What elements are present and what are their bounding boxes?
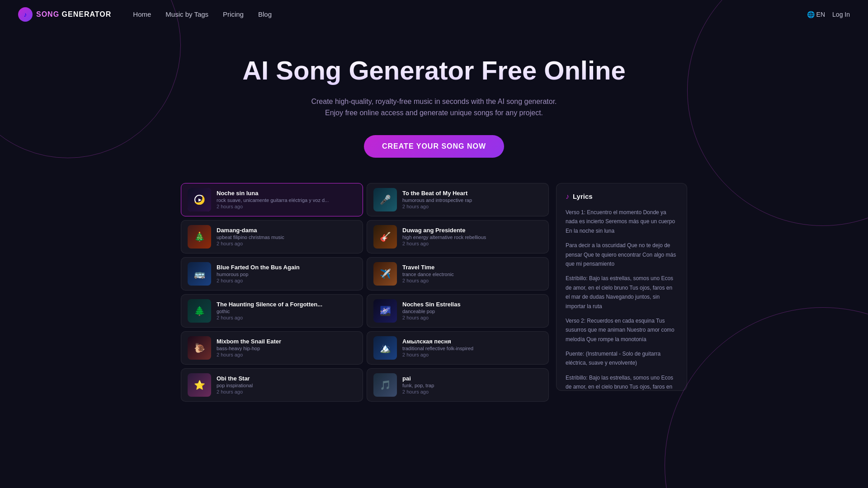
song-time: 2 hours ago	[402, 278, 542, 283]
nav-blog[interactable]: Blog	[258, 10, 272, 18]
song-thumbnail: ⭐	[188, 373, 211, 397]
song-thumb-emoji: 🐌	[194, 343, 205, 353]
song-tags: upbeat filipino christmas music	[217, 235, 356, 240]
song-thumb-emoji: 🎤	[380, 194, 391, 205]
song-info: Obi the Star pop inspirational 2 hours a…	[217, 375, 356, 394]
song-title: To the Beat of My Heart	[402, 190, 542, 197]
song-tags: gothic	[217, 309, 356, 314]
song-thumb-emoji: 🌲	[194, 305, 205, 316]
song-info: The Haunting Silence of a Forgotten... g…	[217, 301, 356, 320]
create-song-button[interactable]: CREATE YOUR SONG NOW	[364, 135, 504, 158]
song-card[interactable]: 🎸 Duwag ang Presidente high energy alter…	[367, 220, 549, 253]
song-title: Noche sin luna	[217, 190, 356, 197]
song-card[interactable]: ▶ 🌙 Noche sin luna rock suave, unicament…	[181, 183, 363, 216]
song-info: Damang-dama upbeat filipino christmas mu…	[217, 227, 356, 246]
nav-home[interactable]: Home	[133, 10, 151, 18]
song-card[interactable]: 🚌 Blue Farted On the Bus Again humorous …	[181, 257, 363, 291]
song-thumb-emoji: ✈️	[380, 268, 391, 279]
song-time: 2 hours ago	[217, 278, 356, 283]
song-thumb-emoji: 🎵	[380, 380, 391, 390]
nav-music-by-tags[interactable]: Music by Tags	[165, 10, 208, 18]
song-tags: rock suave, unicamente guitarra eléctrig…	[217, 197, 356, 203]
music-note-icon: ♪	[566, 192, 569, 201]
nav-right: 🌐 EN Log In	[807, 11, 850, 18]
language-button[interactable]: 🌐 EN	[807, 11, 825, 18]
song-info: Blue Farted On the Bus Again humorous po…	[217, 264, 356, 283]
navbar: ♪ SONG GENERATOR Home Music by Tags Pric…	[0, 0, 868, 29]
song-info: pai funk, pop, trap 2 hours ago	[402, 375, 542, 394]
song-time: 2 hours ago	[217, 389, 356, 394]
song-tags: humorous pop	[217, 272, 356, 277]
nav-pricing[interactable]: Pricing	[223, 10, 244, 18]
song-info: Duwag ang Presidente high energy alterna…	[402, 227, 542, 246]
song-time: 2 hours ago	[402, 315, 542, 320]
song-thumb-emoji: 🚌	[194, 268, 205, 279]
song-title: Travel Time	[402, 264, 542, 271]
hero-title: AI Song Generator Free Online	[9, 56, 859, 85]
song-time: 2 hours ago	[217, 204, 356, 209]
song-title: The Haunting Silence of a Forgotten...	[217, 301, 356, 308]
song-title: Damang-dama	[217, 227, 356, 234]
song-card[interactable]: 🎤 To the Beat of My Heart humorous and i…	[367, 183, 549, 216]
song-info: To the Beat of My Heart humorous and int…	[402, 190, 542, 209]
song-thumbnail: 🏔️	[373, 336, 397, 360]
song-thumbnail: 🎸	[373, 225, 397, 249]
song-time: 2 hours ago	[402, 241, 542, 246]
song-time: 2 hours ago	[217, 352, 356, 357]
lyrics-paragraph: Estribillo: Bajo las estrellas, somos un…	[566, 373, 678, 391]
song-thumbnail: 🎵	[373, 373, 397, 397]
content-area: ▶ 🌙 Noche sin luna rock suave, unicament…	[163, 176, 705, 409]
song-thumb-emoji: 🌌	[380, 305, 391, 316]
song-card[interactable]: 🎄 Damang-dama upbeat filipino christmas …	[181, 220, 363, 253]
song-info: Noche sin luna rock suave, unicamente gu…	[217, 190, 356, 209]
song-tags: humorous and introspective rap	[402, 197, 542, 203]
nav-links: Home Music by Tags Pricing Blog	[133, 10, 807, 19]
song-card[interactable]: 🏔️ Амылская песня traditional reflective…	[367, 331, 549, 365]
song-card[interactable]: 🐌 Mixbom the Snail Eater bass-heavy hip-…	[181, 331, 363, 365]
song-thumbnail: ▶ 🌙	[188, 188, 211, 211]
song-card[interactable]: ⭐ Obi the Star pop inspirational 2 hours…	[181, 368, 363, 402]
logo[interactable]: ♪ SONG GENERATOR	[18, 7, 111, 22]
lyrics-paragraph: Verso 2: Recuerdos en cada esquina Tus s…	[566, 316, 678, 344]
song-time: 2 hours ago	[217, 315, 356, 320]
song-title: Амылская песня	[402, 338, 542, 345]
logo-icon: ♪	[18, 7, 33, 22]
song-title: Obi the Star	[217, 375, 356, 382]
song-thumb-emoji: 🎄	[194, 231, 205, 242]
lyrics-paragraph: Para decir a la oscuridad Que no te dejo…	[566, 241, 678, 268]
lyrics-paragraph: Verso 1: Encuentro el momento Donde ya n…	[566, 208, 678, 235]
song-tags: high energy alternative rock rebellious	[402, 235, 542, 240]
song-time: 2 hours ago	[217, 241, 356, 246]
song-title: Blue Farted On the Bus Again	[217, 264, 356, 271]
song-thumb-emoji: 🎸	[380, 231, 391, 242]
song-info: Travel Time trance dance electronic 2 ho…	[402, 264, 542, 283]
song-title: Duwag ang Presidente	[402, 227, 542, 234]
song-time: 2 hours ago	[402, 389, 542, 394]
song-list: ▶ 🌙 Noche sin luna rock suave, unicament…	[181, 183, 549, 402]
song-thumb-emoji: 🌙	[194, 194, 205, 205]
login-button[interactable]: Log In	[832, 11, 850, 18]
globe-icon: 🌐	[807, 11, 815, 18]
lyrics-body: Verso 1: Encuentro el momento Donde ya n…	[566, 208, 678, 391]
song-thumbnail: ✈️	[373, 262, 397, 286]
song-thumbnail: 🎄	[188, 225, 211, 249]
song-thumb-emoji: 🏔️	[380, 343, 391, 353]
song-tags: bass-heavy hip-hop	[217, 346, 356, 351]
song-info: Noches Sin Estrellas danceable pop 2 hou…	[402, 301, 542, 320]
song-card[interactable]: 🎵 pai funk, pop, trap 2 hours ago	[367, 368, 549, 402]
song-thumbnail: 🐌	[188, 336, 211, 360]
song-card[interactable]: ✈️ Travel Time trance dance electronic 2…	[367, 257, 549, 291]
song-title: Mixbom the Snail Eater	[217, 338, 356, 345]
lyrics-header: ♪ Lyrics	[566, 192, 678, 201]
lyrics-title: Lyrics	[573, 192, 593, 200]
song-thumbnail: 🚌	[188, 262, 211, 286]
song-tags: danceable pop	[402, 309, 542, 314]
song-thumb-emoji: ⭐	[194, 380, 205, 390]
song-card[interactable]: 🌲 The Haunting Silence of a Forgotten...…	[181, 294, 363, 328]
song-info: Mixbom the Snail Eater bass-heavy hip-ho…	[217, 338, 356, 357]
song-thumbnail: 🌌	[373, 299, 397, 323]
lyrics-paragraph: Estribillo: Bajo las estrellas, somos un…	[566, 274, 678, 311]
song-tags: pop inspirational	[217, 383, 356, 388]
song-time: 2 hours ago	[402, 352, 542, 357]
song-card[interactable]: 🌌 Noches Sin Estrellas danceable pop 2 h…	[367, 294, 549, 328]
